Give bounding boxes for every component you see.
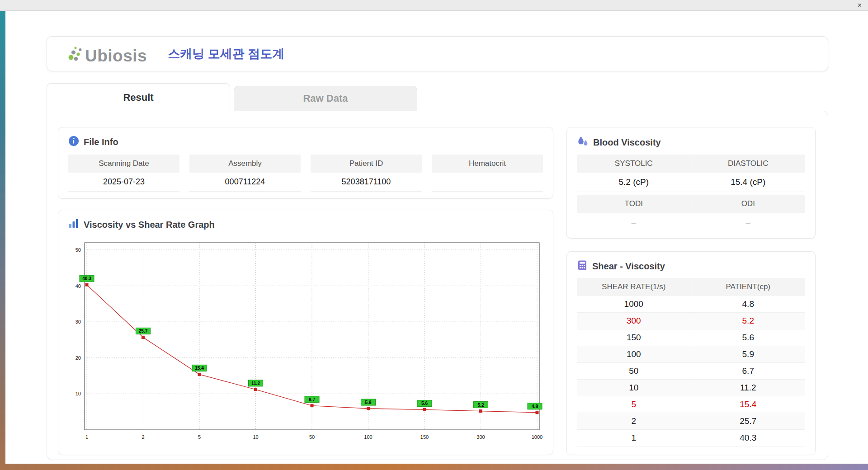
shear-table-row: 506.7 <box>577 363 805 380</box>
svg-text:5.2: 5.2 <box>478 403 484 408</box>
result-panel: File Info Scanning DateAssemblyPatient I… <box>47 111 828 460</box>
svg-text:1000: 1000 <box>532 434 542 440</box>
file-info-field-value: 2025-07-23 <box>68 173 179 192</box>
droplets-icon <box>577 136 589 149</box>
shear-table-row: 515.4 <box>577 396 805 413</box>
shear-viscosity-header: Shear - Viscosity <box>567 252 815 277</box>
bv-metric-value: – <box>577 213 691 232</box>
chart-wrap: 40.325.715.411.26.75.95.65.24.8125105010… <box>58 235 553 455</box>
shear-table-row: 140.3 <box>577 430 805 446</box>
svg-text:15.4: 15.4 <box>195 366 204 371</box>
patient-viscosity-cell: 5.2 <box>691 313 806 329</box>
bv-group: SYSTOLICDIASTOLIC5.2 (cP)15.4 (cP) <box>577 155 805 192</box>
patient-viscosity-cell: 4.8 <box>691 296 806 313</box>
bv-group: TODIODI–– <box>577 195 805 232</box>
svg-text:10: 10 <box>75 391 81 396</box>
viscosity-graph-card: Viscosity vs Shear Rate Graph 40.325.715… <box>58 210 553 455</box>
file-info-card: File Info Scanning DateAssemblyPatient I… <box>58 127 553 199</box>
patient-viscosity-cell: 15.4 <box>691 396 806 413</box>
patient-viscosity-cell: 5.9 <box>691 346 806 363</box>
left-column: File Info Scanning DateAssemblyPatient I… <box>58 127 553 455</box>
bv-metric-label: TODI <box>577 195 691 213</box>
file-info-title: File Info <box>84 137 118 147</box>
svg-text:50: 50 <box>75 247 81 253</box>
bv-metric-label: DIASTOLIC <box>691 155 806 173</box>
tab-raw-data[interactable]: Raw Data <box>234 86 417 111</box>
shear-viscosity-card: Shear - Viscosity SHEAR RATE(1/s) PATIEN… <box>566 251 816 455</box>
file-info-field-label: Patient ID <box>311 155 422 173</box>
calculator-icon <box>577 260 588 273</box>
svg-text:30: 30 <box>75 319 81 324</box>
svg-text:5: 5 <box>198 434 201 440</box>
window-titlebar: × <box>0 0 868 11</box>
app-header: Ubiosis 스캐닝 모세관 점도계 <box>47 36 828 71</box>
svg-text:100: 100 <box>364 434 372 440</box>
tab-result-label: Result <box>123 92 153 103</box>
shear-rate-cell: 300 <box>577 313 691 329</box>
shear-viscosity-title: Shear - Viscosity <box>592 261 665 272</box>
svg-text:5.6: 5.6 <box>421 401 428 406</box>
app-title: 스캐닝 모세관 점도계 <box>168 46 284 62</box>
blood-viscosity-card: Blood Viscosity SYSTOLICDIASTOLIC5.2 (cP… <box>566 127 816 239</box>
svg-text:25.7: 25.7 <box>139 329 148 334</box>
tab-bar: Result Raw Data <box>47 83 828 111</box>
shear-rate-cell: 2 <box>577 413 691 430</box>
shear-viscosity-table: SHEAR RATE(1/s) PATIENT(cp) 10004.83005.… <box>567 277 815 453</box>
blood-viscosity-title: Blood Viscosity <box>593 137 661 148</box>
shear-rate-cell: 1 <box>577 430 691 446</box>
shear-table-row: 1505.6 <box>577 329 805 346</box>
file-info-field-value: 000711224 <box>189 173 301 192</box>
tab-result[interactable]: Result <box>47 83 230 111</box>
svg-text:10: 10 <box>253 434 258 440</box>
shear-rate-column-header: SHEAR RATE(1/s) <box>577 278 691 296</box>
svg-text:5.9: 5.9 <box>365 400 372 405</box>
svg-text:50: 50 <box>309 434 315 440</box>
svg-text:4.8: 4.8 <box>532 404 538 409</box>
bar-chart-icon <box>68 218 79 231</box>
file-info-field-value <box>432 173 543 192</box>
shear-table-row: 1011.2 <box>577 380 805 396</box>
close-icon[interactable]: × <box>858 2 862 9</box>
svg-text:40.3: 40.3 <box>82 276 91 281</box>
logo-text: Ubiosis <box>85 47 147 64</box>
bv-metric-label: SYSTOLIC <box>577 155 691 173</box>
shear-rate-cell: 5 <box>577 396 691 413</box>
svg-text:300: 300 <box>476 434 485 440</box>
shear-rate-cell: 10 <box>577 380 691 396</box>
right-column: Blood Viscosity SYSTOLICDIASTOLIC5.2 (cP… <box>566 127 816 455</box>
file-info-header: File Info <box>58 127 553 153</box>
blood-viscosity-table: SYSTOLICDIASTOLIC5.2 (cP)15.4 (cP)TODIOD… <box>567 154 815 242</box>
file-info-field-label: Assembly <box>189 155 301 173</box>
bv-metric-value: – <box>691 213 806 232</box>
shear-rate-cell: 100 <box>577 346 691 363</box>
file-info-grid: Scanning DateAssemblyPatient IDHematocri… <box>58 153 553 200</box>
shear-table-row: 10004.8 <box>577 296 805 313</box>
logo-dots-icon <box>67 43 83 64</box>
tab-raw-data-label: Raw Data <box>303 93 348 104</box>
viscosity-chart: 40.325.715.411.26.75.95.65.24.8125105010… <box>62 236 543 451</box>
blood-viscosity-header: Blood Viscosity <box>567 127 815 154</box>
shear-rate-cell: 150 <box>577 329 691 346</box>
graph-title: Viscosity vs Shear Rate Graph <box>84 220 215 230</box>
bv-metric-label: ODI <box>691 195 806 213</box>
svg-text:11.2: 11.2 <box>251 381 260 386</box>
file-info-field-label: Hematocrit <box>432 155 543 173</box>
shear-table-row: 3005.2 <box>577 313 805 329</box>
app-window: Ubiosis 스캐닝 모세관 점도계 Result Raw Data <box>5 11 868 464</box>
patient-viscosity-cell: 25.7 <box>691 413 806 430</box>
shear-viscosity-rows: 10004.83005.21505.61005.9506.71011.2515.… <box>577 296 805 446</box>
file-info-field-value: 52038171100 <box>311 173 422 192</box>
shear-table-header: SHEAR RATE(1/s) PATIENT(cp) <box>577 278 805 296</box>
file-info-field-label: Scanning Date <box>68 155 179 173</box>
content: Ubiosis 스캐닝 모세관 점도계 Result Raw Data <box>47 36 828 460</box>
patient-viscosity-cell: 6.7 <box>691 363 806 380</box>
svg-text:20: 20 <box>75 355 81 361</box>
svg-text:1: 1 <box>85 434 88 440</box>
graph-header: Viscosity vs Shear Rate Graph <box>58 210 553 235</box>
bv-metric-value: 5.2 (cP) <box>577 173 691 192</box>
shear-table-row: 1005.9 <box>577 346 805 363</box>
shear-rate-cell: 50 <box>577 363 691 380</box>
ubiosis-logo: Ubiosis <box>67 43 147 64</box>
shear-rate-cell: 1000 <box>577 296 691 313</box>
patient-column-header: PATIENT(cp) <box>691 278 806 296</box>
